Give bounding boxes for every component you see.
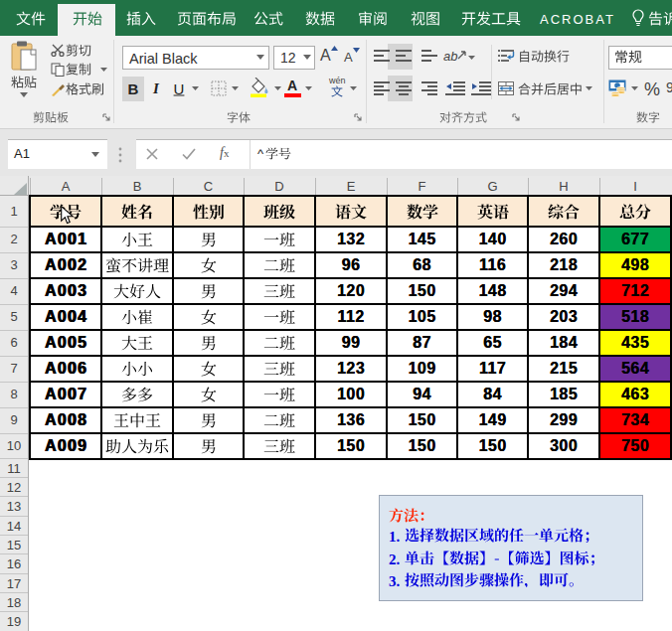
svg-text:9: 9 xyxy=(666,80,672,95)
